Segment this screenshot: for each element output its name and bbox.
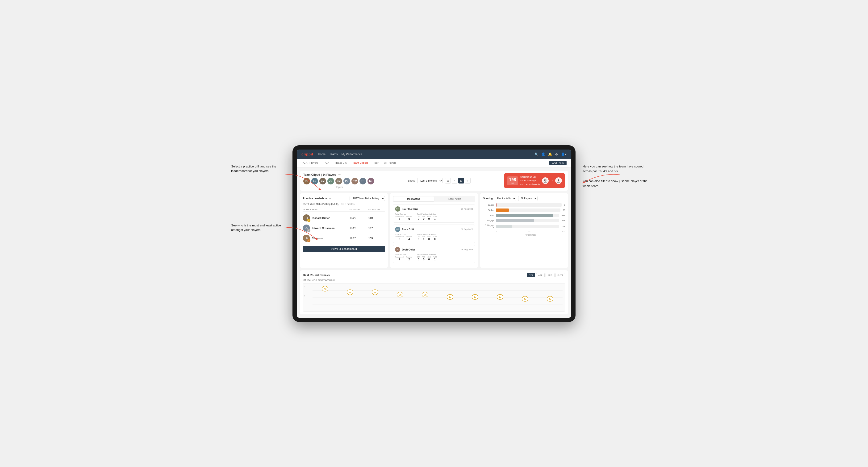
leaderboard-subtitle: PUTT Must Make Putting (3-6 ft), Last 3 …: [303, 203, 385, 206]
nav-link-performance[interactable]: My Performance: [342, 152, 362, 157]
svg-text:3x: 3x: [524, 298, 526, 300]
team-header: Team Clippd | 14 Players ✏ RB EC CM JC B…: [300, 171, 568, 191]
nav-link-teams[interactable]: Teams: [329, 152, 338, 157]
team-title-row: Team Clippd | 14 Players ✏: [303, 173, 374, 177]
settings-icon[interactable]: ⚙: [555, 152, 558, 156]
view-grid-icon[interactable]: ⊞: [445, 178, 451, 184]
lb-col-player: PLAYER NAME: [303, 208, 349, 210]
table-row: CM 3 Cameron... 17/20 103: [303, 233, 385, 243]
sub-nav: PGAT Players PGA Hcaps 1-5 Team Clippd T…: [297, 159, 571, 167]
bar-value-dbogeys: 131: [562, 225, 565, 228]
bar-value-eagles: 3: [564, 204, 565, 206]
sub-nav-team-clippd[interactable]: Team Clippd: [352, 159, 368, 167]
user-avatar-icon[interactable]: 👤▾: [561, 152, 566, 156]
pac-date-3: 26 Aug 2023: [461, 248, 473, 251]
bar-row-eagles: Eagles 3: [483, 203, 565, 207]
chart-xlabel-400: 400: [562, 231, 565, 233]
pac-name-3: Josh Coles: [402, 248, 415, 251]
lb-avg-1: 110: [368, 217, 385, 219]
pac-player-2: RB Rees Britt: [395, 227, 414, 232]
least-active-toggle[interactable]: Least Active: [434, 196, 475, 202]
streak-y-axis: 8 4: [304, 286, 305, 304]
lb-col-avg: PB AVG SQ: [368, 208, 385, 210]
players-filter-select[interactable]: All Players: [518, 196, 537, 201]
sub-nav-hcaps[interactable]: Hcaps 1-5: [335, 159, 347, 167]
streak-tab-app[interactable]: APP: [536, 273, 545, 277]
table-row: RB 1 Richard Butler 19/20 110: [303, 213, 385, 223]
sub-nav-pgat[interactable]: PGAT Players: [302, 159, 319, 167]
team-title: Team Clippd | 14 Players: [303, 173, 337, 177]
lb-player-1: RB 1 Richard Butler: [303, 214, 349, 221]
pac-avatar-1: BM: [395, 206, 400, 212]
bar-fill-eagles: [496, 203, 497, 207]
lb-avatar-3: CM 3: [303, 235, 310, 242]
main-content: Team Clippd | 14 Players ✏ RB EC CM JC B…: [297, 167, 571, 318]
view-list-icon[interactable]: ≡: [452, 178, 457, 184]
pac-name-1: Blair McHarg: [402, 208, 418, 210]
practice-activities-group-1: Total Practice Activities OTT 0 APP: [417, 213, 437, 220]
bar-chart: Eagles 3 Birdies: [483, 203, 565, 229]
lb-col-score: PB SCORE: [349, 208, 368, 210]
avatar-6: PL: [343, 178, 350, 184]
streaks-chart: 8 4 7x: [303, 283, 565, 312]
bar-label-birdies: Birdies: [483, 209, 494, 211]
sub-nav-all-players[interactable]: All Players: [384, 159, 397, 167]
streak-tab-putt[interactable]: PUTT: [555, 273, 565, 277]
nav-link-home[interactable]: Home: [318, 152, 326, 157]
annotation-left-bottom: See who is the most and least active amo…: [231, 223, 285, 232]
players-label: Players: [303, 186, 374, 188]
streak-tab-arg[interactable]: ARG: [546, 273, 555, 277]
search-icon[interactable]: 🔍: [534, 152, 538, 156]
streaks-header: Best Round Streaks OTT APP ARG PUTT: [303, 273, 565, 277]
view-sort-icon[interactable]: ↕: [465, 178, 470, 184]
chart-xlabel-200: 200: [528, 231, 531, 233]
streaks-svg: 7x 6x 6x 5x: [312, 286, 563, 306]
pac-header-2: RB Rees Britt 02 Sep 2023: [395, 227, 473, 232]
avatar-1: RB: [303, 178, 310, 184]
most-active-toggle[interactable]: Most Active: [394, 196, 434, 201]
rank-badge-1: 1: [307, 219, 310, 222]
sub-nav-pga[interactable]: PGA: [323, 159, 330, 167]
pac-date-1: 26 Aug 2023: [461, 208, 473, 210]
edit-icon[interactable]: ✏: [338, 173, 341, 176]
bar-label-pars: Pars: [483, 214, 494, 217]
pac-date-2: 02 Sep 2023: [461, 228, 473, 230]
bar-fill-pars: [496, 214, 553, 217]
top-nav: clippd Home Teams My Performance 🔍 👤 🔔 ⚙…: [297, 150, 571, 159]
practice-activities-group-2: Total Practice Activities OTT 0 APP: [417, 233, 437, 241]
pac-player-3: JC Josh Coles: [395, 247, 415, 252]
scoring-title: Scoring: [483, 197, 493, 200]
rank-badge-2: 2: [307, 229, 310, 232]
bar-track-eagles: [496, 203, 562, 207]
drill-select[interactable]: PUTT Must Make Putting: [349, 196, 385, 201]
sub-nav-tour[interactable]: Tour: [373, 159, 379, 167]
lb-header: PLAYER NAME PB SCORE PB AVG SQ: [303, 207, 385, 212]
view-full-leaderboard-button[interactable]: View Full Leaderboard: [303, 246, 385, 252]
lb-player-2: EC 2 Edward Crossman: [303, 224, 349, 231]
show-select[interactable]: Last 3 months: [417, 178, 443, 183]
people-icon[interactable]: 👤: [541, 152, 545, 156]
avatar-7: KW: [351, 178, 358, 184]
chart-xaxis: 0 200 400: [483, 231, 565, 233]
par-filter-select[interactable]: Par 3, 4 & 5s: [495, 196, 516, 201]
pac-header-1: BM Blair McHarg 26 Aug 2023: [395, 206, 473, 212]
players-avatars: RB EC CM JC BM PL KW TH SS: [303, 178, 374, 184]
practice-leaderboard: Practice Leaderboards PUTT Must Make Put…: [300, 193, 388, 268]
svg-text:5x: 5x: [399, 293, 401, 296]
add-team-button[interactable]: Add Team: [549, 161, 566, 165]
svg-text:5x: 5x: [424, 293, 427, 296]
view-card-icon[interactable]: ⊟: [458, 178, 464, 184]
bar-row-birdies: Birdies 96: [483, 209, 565, 212]
team-right: Show: Last 3 months ⊞ ≡ ⊟ ↕: [408, 178, 471, 184]
table-row: EC 2 Edward Crossman 18/20 107: [303, 223, 385, 233]
nav-right: 🔍 👤 🔔 ⚙ 👤▾: [534, 152, 566, 156]
streak-tab-ott[interactable]: OTT: [527, 273, 535, 277]
bar-track-pars: [496, 214, 559, 217]
svg-text:4x: 4x: [448, 296, 452, 298]
bar-value-bogeys: 311: [562, 219, 565, 222]
lb-avg-3: 103: [368, 237, 385, 240]
shot-details: Shot Dist: 16 yds Start Lie: Rough End L…: [520, 175, 540, 187]
avatar-4: JC: [328, 178, 334, 184]
bar-track-dbogeys: [496, 225, 559, 228]
bell-icon[interactable]: 🔔: [548, 152, 552, 156]
